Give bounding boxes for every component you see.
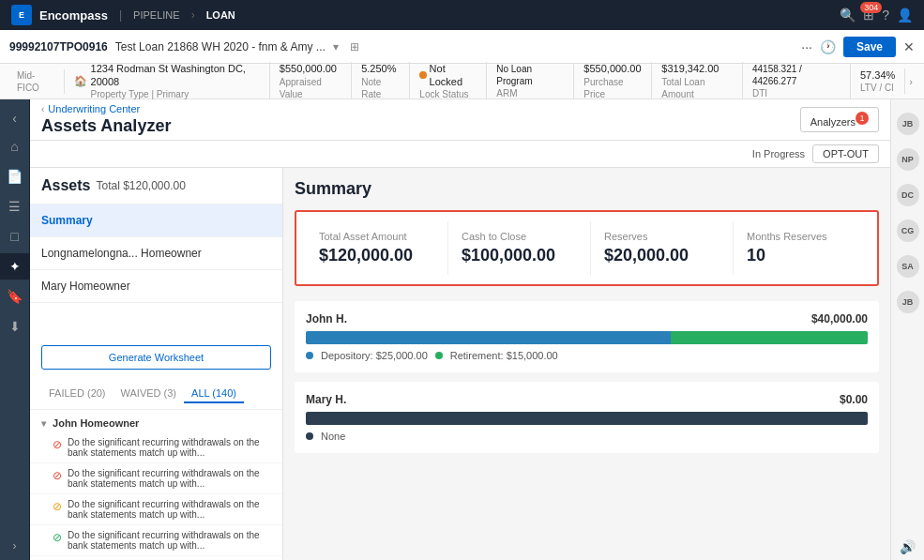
cash-to-close-label: Cash to Close [462,231,569,242]
collapse-icon[interactable]: ▾ [41,418,46,429]
note-rate-value: 5.250% [361,62,400,75]
left-expand-icon[interactable]: › [13,539,17,560]
right-icon-cg[interactable]: CG [895,214,921,248]
filter-tab-failed[interactable]: FAILED (20) [41,385,114,403]
right-sidebar-audio-icon[interactable]: 🔊 [900,539,916,560]
mary-dot-dark [306,432,313,440]
cash-to-close-value: $100,000.00 [462,246,569,265]
months-reserves-label: Months Reserves [747,231,855,242]
total-asset-label: Total Asset Amount [319,231,427,242]
mary-asset-type-row: None [306,431,868,442]
purchase-price-item: $550,000.00 Purchase Price [574,62,652,99]
logo-icon: E [11,5,32,25]
left-icon-7[interactable]: ⬇ [0,313,29,340]
uw-breadcrumb[interactable]: Underwriting Center [48,103,140,114]
reserves-value: $20,000.00 [604,246,712,265]
left-icon-1[interactable]: ⌂ [0,133,29,159]
save-button[interactable]: Save [843,37,896,57]
right-icon-np[interactable]: NP [895,143,921,176]
help-icon[interactable]: ? [882,8,889,23]
two-col-layout: Assets Total $120,000.00 Summary Longnam… [30,168,890,560]
right-icon-circle-sa: SA [897,255,919,278]
alert-section: ▾ John Homeowner ⊘ Do the significant re… [30,410,282,560]
assets-title: Assets [41,177,90,194]
left-icon-3[interactable]: ☰ [0,193,29,219]
right-icon-circle-dc: DC [897,184,919,206]
ok-icon-1: ⊘ [53,531,62,544]
nav-item-longname[interactable]: Longnamelongna... Homeowner [30,237,282,270]
pipeline-nav-link[interactable]: PIPELINE [133,9,180,21]
total-asset-card: Total Asset Amount $120,000.00 [306,221,440,275]
purchase-price-label: Purchase Price [583,76,642,100]
loan-id: 99992107TPO0916 [9,40,108,53]
breadcrumb-back-icon[interactable]: ‹ [41,104,44,114]
error-icon-2: ⊘ [53,469,62,482]
filter-tab-all[interactable]: ALL (140) [184,385,244,403]
alert-item-2[interactable]: ⊘ Do the significant recurring withdrawa… [30,463,282,494]
john-amount: $40,000.00 [811,312,868,325]
loan-name-dropdown[interactable]: ▾ [333,40,339,53]
filter-tab-waived[interactable]: WAIVED (3) [114,385,185,403]
dti-value: 44158.321 / 44266.277 [752,63,841,87]
right-icon-jb2[interactable]: JB [895,285,921,319]
right-icon-circle-jb1: JB [897,113,919,135]
clock-icon[interactable]: 🕐 [820,39,836,54]
alert-item-1[interactable]: ⊘ Do the significant recurring withdrawa… [30,432,282,463]
total-loan-label: Total Loan Amount [661,76,733,100]
total-asset-value: $120,000.00 [319,246,427,265]
opt-out-button[interactable]: OPT-OUT [812,144,879,163]
mary-amount: $0.00 [840,393,868,406]
app-name: Encompass [39,8,108,23]
left-icon-2[interactable]: 📄 [0,163,29,189]
user-icon[interactable]: 👤 [897,8,913,23]
right-icon-sa[interactable]: SA [895,250,921,283]
generate-worksheet-button[interactable]: Generate Worksheet [41,345,271,370]
john-person-section: John H. $40,000.00 Depository: $25,000.0… [295,301,879,372]
left-icon-5[interactable]: ✦ [0,253,29,280]
right-icon-jb1[interactable]: JB [895,107,921,141]
nav-item-summary[interactable]: Summary [30,204,282,237]
lock-status-value: Not Locked [430,62,477,89]
alert-item-3[interactable]: ⊘ Do the significant recurring withdrawa… [30,494,282,525]
john-asset-type-2: Retirement: $15,000.00 [450,350,558,361]
nav-item-mary[interactable]: Mary Homeowner [30,270,282,303]
note-rate-item: 5.250% Note Rate [352,62,410,99]
ltv-value: 57.34% [860,68,895,82]
right-icon-circle-np: NP [897,148,919,171]
left-icon-sidebar: ‹ ⌂ 📄 ☰ □ ✦ 🔖 ⬇ › [0,99,30,560]
left-icon-4[interactable]: □ [0,223,29,250]
note-rate-label: Note Rate [361,76,400,100]
assets-header: Assets Total $120,000.00 [30,168,282,204]
months-reserves-card: Months Reserves 10 [733,221,868,275]
analyzers-button[interactable]: Analyzers1 [800,107,879,132]
loan-name: Test Loan 21868 WH 2020 - fnm & Amy ... [115,40,326,53]
loan-expand-icon[interactable]: ⊞ [350,40,359,53]
john-name: John H. [306,312,347,325]
top-navigation: E Encompass | PIPELINE › LOAN 🔍 ⊞ 304 ? … [0,0,924,30]
right-icon-circle-cg: CG [897,219,919,242]
warn-icon-1: ⊘ [53,500,62,513]
mary-bar [306,412,868,425]
total-loan-item: $319,342.00 Total Loan Amount [652,62,743,99]
total-loan-value: $319,342.00 [661,62,733,75]
right-icon-circle-jb2: JB [897,291,919,313]
right-icon-dc[interactable]: DC [895,178,921,212]
ltv-label: LTV / Cl [860,82,895,94]
more-options-icon[interactable]: ··· [801,39,812,54]
assets-total: Total $120,000.00 [96,179,185,192]
alert-item-4[interactable]: ⊘ Do the significant recurring withdrawa… [30,525,282,556]
filter-tabs: FAILED (20) WAIVED (3) ALL (140) [30,379,282,410]
appraised-value: $550,000.00 [280,62,341,75]
close-icon[interactable]: ✕ [903,39,915,54]
john-dot-blue [306,352,313,359]
mary-person-section: Mary H. $0.00 None [295,382,879,453]
left-panel: Assets Total $120,000.00 Summary Longnam… [30,168,283,560]
left-back-arrow[interactable]: ‹ [8,107,21,129]
left-icon-6[interactable]: 🔖 [0,283,29,310]
search-icon[interactable]: 🔍 [840,8,856,23]
prop-bar-next-icon[interactable]: › [905,76,916,87]
grid-icon[interactable]: ⊞ 304 [863,8,874,23]
reserves-label: Reserves [604,231,712,242]
loan-nav-link[interactable]: LOAN [206,9,235,21]
summary-title: Summary [295,179,879,199]
